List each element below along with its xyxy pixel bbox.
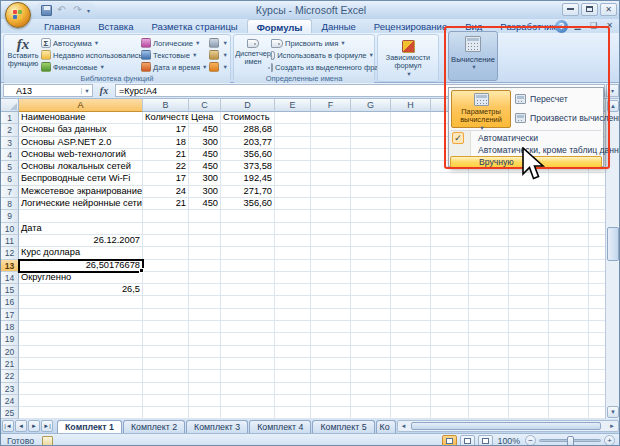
scroll-right-icon[interactable]: ► xyxy=(607,422,617,431)
cell-J21[interactable] xyxy=(469,358,509,370)
cell-A11[interactable]: 26.12.2007 xyxy=(19,235,143,247)
cell-B2[interactable]: 17 xyxy=(143,124,189,136)
office-button[interactable] xyxy=(5,2,31,28)
cell-J19[interactable] xyxy=(469,333,509,345)
cell-C1[interactable]: Цена xyxy=(189,112,221,124)
cell-J17[interactable] xyxy=(469,309,509,321)
cell-D25[interactable] xyxy=(221,407,275,419)
page-break-view-button[interactable] xyxy=(478,435,493,446)
cell-A7[interactable]: Межсетевое экранирование xyxy=(19,186,143,198)
cell-L21[interactable] xyxy=(549,358,589,370)
prev-sheet-icon[interactable]: ◄ xyxy=(15,420,27,432)
cell-J24[interactable] xyxy=(469,395,509,407)
cell-E22[interactable] xyxy=(275,370,311,382)
cell-D10[interactable] xyxy=(221,223,275,235)
row-header-2[interactable]: 2 xyxy=(1,124,19,136)
cell-H19[interactable] xyxy=(391,333,431,345)
row-header-22[interactable]: 22 xyxy=(1,370,19,382)
row-header-15[interactable]: 15 xyxy=(1,284,19,296)
cell-E3[interactable] xyxy=(275,137,311,149)
cell-G14[interactable] xyxy=(351,272,391,284)
cell-K21[interactable] xyxy=(509,358,549,370)
cell-E6[interactable] xyxy=(275,173,311,185)
cell-A19[interactable] xyxy=(19,333,143,345)
cell-C8[interactable]: 450 xyxy=(189,198,221,210)
sheet-tab-Комплект 2[interactable]: Комплект 2 xyxy=(123,420,185,433)
cell-C4[interactable]: 450 xyxy=(189,149,221,161)
cell-E21[interactable] xyxy=(275,358,311,370)
cell-L23[interactable] xyxy=(549,383,589,395)
cell-H20[interactable] xyxy=(391,346,431,358)
cell-K6[interactable] xyxy=(509,173,549,185)
cell-C5[interactable]: 450 xyxy=(189,161,221,173)
cell-D15[interactable] xyxy=(221,284,275,296)
cell-G12[interactable] xyxy=(351,247,391,259)
cell-D12[interactable] xyxy=(221,247,275,259)
cell-E20[interactable] xyxy=(275,346,311,358)
cell-C6[interactable]: 300 xyxy=(189,173,221,185)
cell-B14[interactable] xyxy=(143,272,189,284)
cell-D14[interactable] xyxy=(221,272,275,284)
cell-F6[interactable] xyxy=(311,173,351,185)
page-layout-view-button[interactable] xyxy=(460,435,475,446)
cell-M23[interactable] xyxy=(589,383,605,395)
cell-A24[interactable] xyxy=(19,395,143,407)
cell-E23[interactable] xyxy=(275,383,311,395)
cell-J22[interactable] xyxy=(469,370,509,382)
ribbon-tab-Формулы[interactable]: Формулы xyxy=(247,19,313,33)
cell-J7[interactable] xyxy=(469,186,509,198)
cell-G23[interactable] xyxy=(351,383,391,395)
row-header-23[interactable]: 23 xyxy=(1,383,19,395)
qat-customize-icon[interactable]: ▾ xyxy=(87,7,90,14)
cell-C14[interactable] xyxy=(189,272,221,284)
cell-E5[interactable] xyxy=(275,161,311,173)
cell-I14[interactable] xyxy=(431,272,469,284)
cell-B10[interactable] xyxy=(143,223,189,235)
doc-close-button[interactable]: ✕ xyxy=(603,21,616,32)
cell-J23[interactable] xyxy=(469,383,509,395)
cell-B13[interactable] xyxy=(143,260,189,272)
cell-L24[interactable] xyxy=(549,395,589,407)
cell-D16[interactable] xyxy=(221,296,275,308)
cell-G25[interactable] xyxy=(351,407,391,419)
cell-E8[interactable] xyxy=(275,198,311,210)
cell-F15[interactable] xyxy=(311,284,351,296)
cell-F2[interactable] xyxy=(311,124,351,136)
cell-C15[interactable] xyxy=(189,284,221,296)
cell-F12[interactable] xyxy=(311,247,351,259)
doc-minimize-button[interactable]: ▁ xyxy=(571,21,584,32)
ribbon-item-Логические[interactable]: Логические▼ xyxy=(140,37,208,49)
cell-I18[interactable] xyxy=(431,321,469,333)
cell-B20[interactable] xyxy=(143,346,189,358)
cell-E16[interactable] xyxy=(275,296,311,308)
cell-J10[interactable] xyxy=(469,223,509,235)
cell-L15[interactable] xyxy=(549,284,589,296)
cell-F18[interactable] xyxy=(311,321,351,333)
cell-F17[interactable] xyxy=(311,309,351,321)
cell-B9[interactable] xyxy=(143,210,189,222)
col-header-D[interactable]: D xyxy=(221,99,275,112)
cell-B21[interactable] xyxy=(143,358,189,370)
cell-D22[interactable] xyxy=(221,370,275,382)
cell-G17[interactable] xyxy=(351,309,391,321)
ribbon-item-Финансовые[interactable]: Финансовые▼ xyxy=(40,61,140,73)
cell-L25[interactable] xyxy=(549,407,589,419)
cell-H6[interactable] xyxy=(391,173,431,185)
row-header-25[interactable]: 25 xyxy=(1,407,19,419)
cell-I12[interactable] xyxy=(431,247,469,259)
cell-F10[interactable] xyxy=(311,223,351,235)
name-box-dropdown-icon[interactable]: ▼ xyxy=(81,88,92,94)
cell-E13[interactable] xyxy=(275,260,311,272)
cell-K11[interactable] xyxy=(509,235,549,247)
cell-G8[interactable] xyxy=(351,198,391,210)
cell-H8[interactable] xyxy=(391,198,431,210)
cell-G21[interactable] xyxy=(351,358,391,370)
cell-B12[interactable] xyxy=(143,247,189,259)
cell-H21[interactable] xyxy=(391,358,431,370)
cell-B17[interactable] xyxy=(143,309,189,321)
cell-L14[interactable] xyxy=(549,272,589,284)
select-all-corner[interactable] xyxy=(1,99,19,112)
cell-C2[interactable]: 450 xyxy=(189,124,221,136)
cell-D2[interactable]: 288,68 xyxy=(221,124,275,136)
cell-K20[interactable] xyxy=(509,346,549,358)
